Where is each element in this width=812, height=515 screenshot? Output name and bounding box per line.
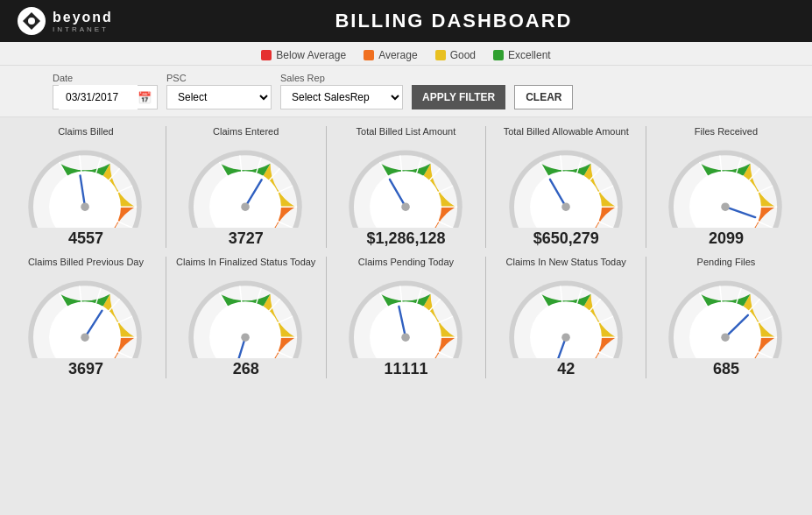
svg-point-18 [81, 202, 90, 211]
gauge-title: Claims Billed Previous Day [28, 257, 144, 267]
gauge-value: 268 [233, 360, 259, 378]
separator [646, 257, 646, 378]
gauge-title: Claims Billed [58, 126, 114, 137]
psc-label: PSC [166, 73, 272, 83]
gauge-container: Claims Entered3727 [176, 126, 316, 248]
header: beyond INTRANET BILLING DASHBOARD [0, 0, 812, 42]
page-title: BILLING DASHBOARD [113, 10, 794, 32]
gauge-title: Claims Entered [213, 126, 279, 137]
separator [485, 257, 486, 378]
gauge-title: Claims In Finalized Status Today [176, 257, 315, 267]
gauge-row-1: Claims Billed4557Claims Entered3727Total… [13, 126, 799, 248]
dashboard: Claims Billed4557Claims Entered3727Total… [0, 117, 812, 396]
separator [326, 126, 327, 248]
gauge-container: Claims Pending Today11111 [335, 257, 476, 378]
filter-bar: Date 📅 PSC Select Sales Rep Select Sales… [0, 66, 812, 117]
gauge-container: Total Billed List Amount$1,286,128 [335, 126, 476, 248]
good-dot [435, 50, 446, 60]
separator [166, 126, 166, 248]
gauge-container: Files Received2099 [656, 126, 796, 248]
date-filter-group: Date 📅 [53, 73, 158, 109]
legend-below-average: Below Average [261, 49, 346, 61]
clear-button[interactable]: CLEAR [514, 85, 573, 109]
gauge-row-2: Claims Billed Previous Day3697Claims In … [13, 257, 799, 378]
svg-point-50 [401, 202, 410, 211]
svg-point-98 [81, 333, 90, 342]
gauge-value: 2099 [709, 229, 744, 248]
gauge-container: Claims Billed Previous Day3697 [16, 257, 156, 378]
svg-point-34 [241, 202, 250, 211]
gauge-value: $1,286,128 [366, 229, 445, 248]
separator [646, 126, 646, 248]
separator [485, 126, 486, 248]
gauge-value: $650,279 [533, 229, 599, 248]
gauge-value: 42 [557, 360, 575, 378]
gauge-value: 685 [713, 360, 739, 378]
gauge-title: Files Received [695, 126, 758, 137]
gauge-title: Total Billed Allowable Amount [504, 126, 629, 137]
date-input[interactable] [59, 85, 138, 109]
gauge-title: Claims In New Status Today [506, 257, 626, 267]
psc-select[interactable]: Select [166, 85, 272, 109]
salesrep-select[interactable]: Select SalesRep [280, 85, 403, 109]
logo-icon [18, 7, 46, 35]
gauge-title: Pending Files [697, 257, 756, 267]
legend-excellent: Excellent [493, 49, 551, 61]
separator [326, 257, 327, 378]
gauge-title: Claims Pending Today [358, 257, 454, 267]
svg-point-2 [28, 18, 35, 25]
gauge-container: Claims Billed4557 [16, 126, 156, 248]
apply-filter-button[interactable]: APPLY FILTER [412, 85, 505, 109]
gauge-container: Claims In New Status Today42 [496, 257, 636, 378]
average-label: Average [378, 49, 417, 61]
svg-point-130 [401, 333, 410, 342]
gauge-container: Total Billed Allowable Amount$650,279 [496, 126, 636, 248]
svg-point-66 [561, 202, 570, 211]
svg-point-146 [561, 333, 570, 342]
gauge-value: 3727 [229, 229, 264, 248]
gauge-value: 11111 [384, 360, 427, 378]
average-dot [364, 50, 374, 60]
date-label: Date [53, 73, 158, 83]
gauge-container: Pending Files685 [656, 257, 796, 378]
logo-text: beyond INTRANET [53, 10, 113, 33]
psc-filter-group: PSC Select [166, 73, 272, 109]
svg-point-162 [722, 333, 731, 342]
calendar-icon: 📅 [138, 91, 152, 104]
gauge-value: 3697 [68, 360, 103, 378]
gauge-title: Total Billed List Amount [357, 126, 456, 137]
excellent-label: Excellent [508, 49, 551, 61]
gauge-container: Claims In Finalized Status Today268 [176, 257, 316, 378]
excellent-dot [493, 50, 504, 60]
legend-good: Good [435, 49, 476, 61]
svg-point-82 [722, 202, 731, 211]
salesrep-label: Sales Rep [280, 73, 403, 83]
legend-bar: Below Average Average Good Excellent [0, 42, 812, 66]
logo-area: beyond INTRANET [18, 7, 113, 35]
salesrep-filter-group: Sales Rep Select SalesRep [280, 73, 403, 109]
good-label: Good [450, 49, 476, 61]
legend-average: Average [364, 49, 417, 61]
gauge-value: 4557 [68, 229, 103, 248]
below-average-dot [261, 50, 272, 60]
below-average-label: Below Average [276, 49, 346, 61]
svg-point-114 [241, 333, 250, 342]
separator [166, 257, 166, 378]
